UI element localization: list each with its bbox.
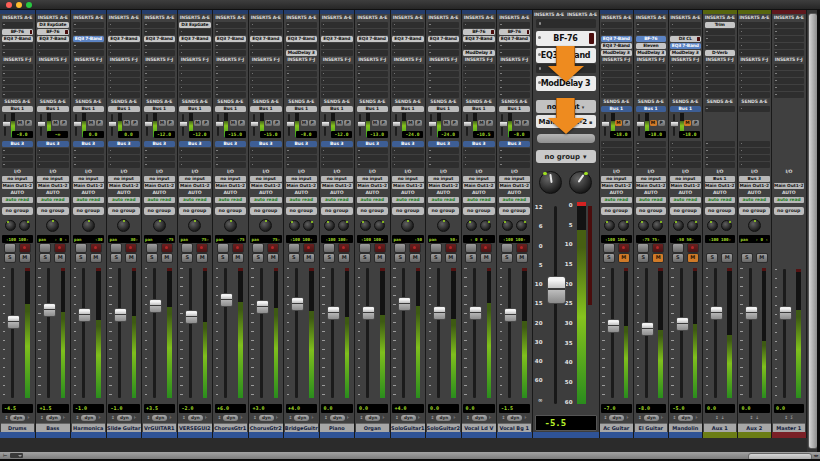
mute-button[interactable]: M (409, 253, 421, 263)
solo-button[interactable]: S (181, 253, 193, 263)
track-input-button[interactable] (672, 243, 684, 253)
output-selector[interactable]: Main Out1-2 (37, 183, 69, 189)
insert-slot-empty[interactable] (321, 22, 353, 28)
insert-slot-empty[interactable] (428, 71, 460, 77)
mute-button[interactable]: M (618, 253, 630, 263)
insert-slot-empty[interactable] (774, 36, 805, 42)
fader-view-icon[interactable]: ⊦ (205, 415, 207, 421)
insert-slot-empty[interactable] (392, 85, 424, 91)
pan-value-display[interactable]: pan‹75 (215, 235, 247, 243)
send-pre-button[interactable]: P (623, 120, 630, 126)
dyn-view-button[interactable]: dyn (436, 415, 451, 421)
insert-slot-empty[interactable] (73, 43, 105, 49)
record-enable-button[interactable] (480, 243, 492, 253)
send-bus1-button[interactable]: Bus 1 (144, 106, 176, 112)
insert-slot-empty[interactable] (250, 85, 282, 91)
insert-button[interactable]: BF-76 (2, 29, 34, 35)
aux-arrow-icon[interactable]: ↓ (721, 415, 725, 421)
insert-slot-empty[interactable] (321, 92, 353, 98)
insert-button[interactable]: BF-76 (37, 29, 69, 35)
automation-mode-selector[interactable]: auto read (774, 197, 805, 203)
pan-value-display[interactable]: pan‹30 (73, 235, 105, 243)
send-bus1-button[interactable]: Bus 1 (250, 106, 282, 112)
send-slot-empty[interactable] (215, 155, 247, 161)
send-pre-button[interactable]: P (451, 120, 458, 126)
insert-slot-empty[interactable] (215, 92, 247, 98)
insert-slot-empty[interactable] (739, 29, 770, 35)
dyn-view-button[interactable]: dyn (294, 415, 309, 421)
pan-value-display[interactable]: ‹100 100› (499, 235, 531, 243)
fader-view-icon[interactable]: ⊦ (347, 415, 349, 421)
send-fader-cap[interactable] (636, 121, 645, 127)
insert-button[interactable]: EQ3 7-Band (670, 43, 701, 49)
dyn-view-button[interactable]: dyn (472, 415, 487, 421)
insert-slot-empty[interactable] (37, 64, 69, 70)
solo-button[interactable]: S (465, 253, 477, 263)
mute-button[interactable]: M (232, 253, 244, 263)
master-sigma-icon[interactable]: Σ (790, 415, 793, 421)
send-pre-button[interactable]: P (380, 120, 387, 126)
mute-button[interactable]: M (19, 253, 31, 263)
send-pre-button[interactable]: P (25, 120, 32, 126)
send-bus3-button[interactable]: Bus 3 (463, 141, 495, 147)
track-name[interactable]: Vocal Bg 1 (498, 423, 532, 432)
insert-slot-empty[interactable] (108, 92, 140, 98)
pan-value-display[interactable]: ‹100 100› (705, 235, 736, 243)
send-mute-button[interactable]: M (443, 120, 450, 126)
insert-slot-empty[interactable] (463, 64, 495, 70)
dyn-view-button[interactable]: dyn (609, 415, 624, 421)
insert-slot-empty[interactable] (2, 71, 34, 77)
fader-view-icon[interactable]: ⊦ (240, 415, 242, 421)
track-name[interactable]: Mandolin (669, 423, 702, 432)
insert-slot-empty[interactable] (215, 43, 247, 49)
vertical-scrollbar[interactable] (807, 10, 817, 452)
output-selector[interactable]: Main Out1-2 (108, 183, 140, 189)
insert-button[interactable]: ModDelay 3 (463, 50, 495, 56)
pan-value-display[interactable]: pan30› (108, 235, 140, 243)
mute-button[interactable]: M (338, 253, 350, 263)
automation-mode-selector[interactable]: auto read (286, 197, 318, 203)
aux-arrow-icon[interactable]: ↓ (755, 415, 759, 421)
send-level-display[interactable]: -12.0 (331, 131, 352, 138)
insert-slot-empty[interactable] (463, 22, 495, 28)
page-scroll-icon[interactable]: ⊢ (3, 452, 7, 459)
mute-button[interactable]: M (196, 253, 208, 263)
pan-knob[interactable] (224, 219, 237, 232)
pan-knob[interactable] (687, 220, 698, 231)
insert-slot-empty[interactable] (108, 29, 140, 35)
track-name[interactable]: Piano (320, 423, 354, 432)
send-mute-button[interactable]: M (336, 120, 343, 126)
pan-value-display[interactable]: ‹100 100› (321, 235, 353, 243)
insert-slot-empty[interactable] (670, 71, 701, 77)
pan-knob[interactable] (289, 220, 300, 231)
insert-slot-empty[interactable] (321, 29, 353, 35)
insert-slot-empty[interactable] (108, 71, 140, 77)
send-slot-empty[interactable] (392, 148, 424, 154)
track-name[interactable]: BridgeGuitr (285, 423, 319, 432)
send-bus1-button[interactable]: Bus 1 (215, 106, 247, 112)
send-mute-button[interactable]: M (230, 120, 237, 126)
insert-slot-empty[interactable] (392, 22, 424, 28)
send-slot-empty[interactable] (601, 141, 632, 147)
insert-slot-empty[interactable] (636, 29, 667, 35)
dyn-view-button[interactable]: dyn (644, 415, 659, 421)
insert-button[interactable]: EQ3 7-Band (321, 36, 353, 42)
insert-slot-empty[interactable] (774, 43, 805, 49)
insert-slot-empty[interactable] (37, 43, 69, 49)
send-slot-empty[interactable] (670, 155, 701, 161)
send-slot-empty[interactable] (705, 106, 736, 112)
send-fader-cap[interactable] (286, 121, 295, 127)
output-selector[interactable]: Main Out1-2 (601, 183, 632, 189)
insert-slot-empty[interactable] (739, 78, 770, 84)
send-slot-empty[interactable] (392, 155, 424, 161)
insert-slot-empty[interactable] (670, 29, 701, 35)
insert-slot-empty[interactable] (286, 71, 318, 77)
send-bus3-button[interactable]: Bus 3 (392, 141, 424, 147)
fader-cap[interactable] (710, 306, 723, 320)
pan-value-display[interactable]: ‹100 100› (601, 235, 632, 243)
insert-slot-empty[interactable] (37, 50, 69, 56)
group-selector[interactable]: no group (739, 207, 770, 215)
input-selector[interactable]: no input (392, 176, 424, 182)
updown-arrows-icon[interactable]: ⇕ (431, 415, 435, 421)
insert-button[interactable]: Eleven (636, 43, 667, 49)
